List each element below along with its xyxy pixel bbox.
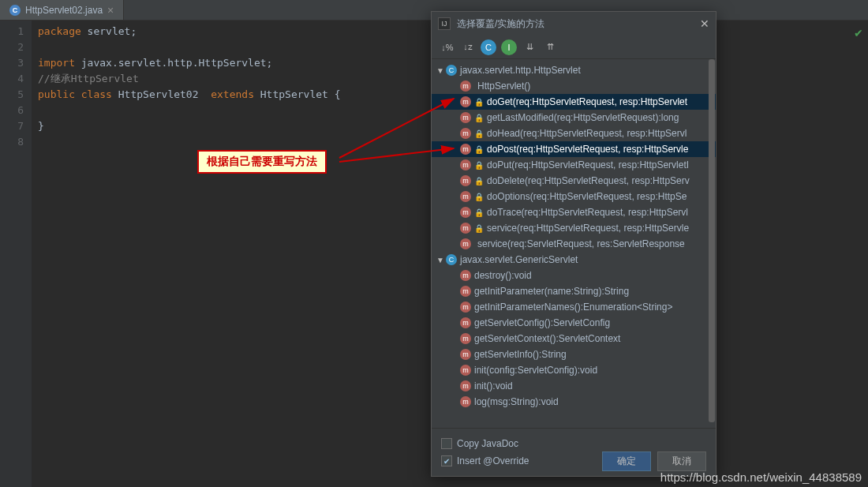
- cancel-button[interactable]: 取消: [657, 451, 706, 471]
- method-icon: m: [460, 238, 471, 249]
- chevron-down-icon: ▼: [436, 66, 446, 75]
- line-number: 8: [0, 134, 24, 150]
- dialog-toolbar: ↓% ↓ᴢ C I ⇊ ⇈: [432, 36, 716, 59]
- tree-method-node[interactable]: m🔒doPut(req:HttpServletRequest, resp:Htt…: [432, 157, 716, 173]
- ok-button[interactable]: 确定: [602, 451, 651, 471]
- method-icon: m: [460, 112, 471, 123]
- method-label: doHead(req:HttpServletRequest, resp:Http…: [487, 128, 687, 139]
- method-icon: m: [460, 128, 471, 139]
- watermark: https://blog.csdn.net/weixin_44838589: [660, 470, 862, 484]
- filter-class-icon[interactable]: C: [481, 39, 496, 55]
- tree-method-node[interactable]: m🔒doGet(req:HttpServletRequest, resp:Htt…: [432, 94, 716, 110]
- method-label: doGet(req:HttpServletRequest, resp:HttpS…: [487, 96, 687, 107]
- tree-method-node[interactable]: m🔒doPost(req:HttpServletRequest, resp:Ht…: [432, 141, 716, 157]
- line-number: 2: [0, 39, 24, 55]
- sort-icon[interactable]: ↓%: [440, 39, 455, 55]
- lock-icon: 🔒: [474, 193, 484, 201]
- tree-class-node[interactable]: ▼ C javax.servlet.GenericServlet: [432, 252, 716, 268]
- close-icon[interactable]: ✕: [700, 17, 709, 30]
- method-label: init(config:ServletConfig):void: [474, 365, 597, 376]
- method-label: destroy():void: [474, 270, 532, 281]
- method-label: getServletContext():ServletContext: [474, 333, 620, 344]
- tree-method-node[interactable]: mgetServletInfo():String: [432, 347, 716, 362]
- lock-icon: 🔒: [474, 114, 484, 122]
- tree-method-node[interactable]: mgetInitParameter(name:String):String: [432, 283, 716, 299]
- method-label: getServletConfig():ServletConfig: [474, 317, 610, 328]
- lock-icon: 🔒: [474, 177, 484, 185]
- lock-icon: 🔒: [474, 224, 484, 233]
- scrollbar-thumb[interactable]: [709, 59, 715, 422]
- intellij-icon: IJ: [438, 17, 451, 30]
- tree-method-node[interactable]: mlog(msg:String):void: [432, 394, 716, 410]
- lock-icon: 🔒: [474, 145, 484, 154]
- method-icon: m: [460, 81, 471, 92]
- tree-method-node[interactable]: m🔒doOptions(req:HttpServletRequest, resp…: [432, 189, 716, 204]
- class-icon: C: [446, 254, 457, 265]
- tree-method-node[interactable]: m🔒getLastModified(req:HttpServletRequest…: [432, 110, 716, 125]
- lock-icon: 🔒: [474, 161, 484, 170]
- insert-override-checkbox[interactable]: ✔: [441, 455, 452, 466]
- method-icon: m: [460, 175, 471, 186]
- method-tree[interactable]: ▼ C javax.servlet.http.HttpServlet mHttp…: [432, 59, 716, 428]
- method-icon: m: [460, 223, 471, 234]
- method-icon: m: [460, 365, 471, 376]
- method-label: getInitParameter(name:String):String: [474, 286, 629, 297]
- file-tab[interactable]: C HttpServlet02.java ×: [0, 0, 124, 20]
- insert-override-label: Insert @Override: [457, 455, 529, 466]
- method-label: log(msg:String):void: [474, 396, 559, 407]
- method-icon: m: [460, 159, 471, 170]
- lock-icon: 🔒: [474, 208, 484, 217]
- tree-method-node[interactable]: mgetInitParameterNames():Enumeration<Str…: [432, 299, 716, 315]
- method-icon: m: [460, 333, 471, 344]
- copy-javadoc-checkbox[interactable]: [441, 438, 452, 449]
- method-icon: m: [460, 144, 471, 155]
- class-label: javax.servlet.http.HttpServlet: [460, 65, 581, 76]
- tree-method-node[interactable]: mgetServletConfig():ServletConfig: [432, 315, 716, 331]
- collapse-icon[interactable]: ⇈: [542, 39, 558, 55]
- line-number: 1: [0, 24, 24, 39]
- tree-method-node[interactable]: m🔒doDelete(req:HttpServletRequest, resp:…: [432, 173, 716, 189]
- method-icon: m: [460, 317, 471, 328]
- dialog-footer: Copy JavaDoc ✔ Insert @Override 确定 取消: [432, 428, 716, 476]
- tree-method-node[interactable]: mHttpServlet(): [432, 78, 716, 94]
- lock-icon: 🔒: [474, 98, 484, 107]
- no-problems-icon: ✔: [854, 27, 863, 39]
- tree-class-node[interactable]: ▼ C javax.servlet.http.HttpServlet: [432, 62, 716, 78]
- method-label: doPost(req:HttpServletRequest, resp:Http…: [487, 144, 688, 155]
- method-label: service(req:HttpServletRequest, resp:Htt…: [487, 223, 689, 234]
- method-label: init():void: [474, 380, 513, 391]
- sort2-icon[interactable]: ↓ᴢ: [460, 39, 476, 55]
- lock-icon: 🔒: [474, 129, 484, 138]
- method-label: doOptions(req:HttpServletRequest, resp:H…: [487, 191, 687, 202]
- tree-method-node[interactable]: minit():void: [432, 378, 716, 394]
- line-number: 7: [0, 118, 24, 134]
- method-icon: m: [460, 286, 471, 297]
- tree-method-node[interactable]: mgetServletContext():ServletContext: [432, 331, 716, 347]
- annotation-callout: 根据自己需要重写方法: [197, 150, 327, 174]
- class-label: javax.servlet.GenericServlet: [460, 254, 578, 265]
- method-icon: m: [460, 302, 471, 313]
- method-label: doTrace(req:HttpServletRequest, resp:Htt…: [487, 207, 688, 218]
- method-icon: m: [460, 270, 471, 281]
- method-label: getLastModified(req:HttpServletRequest):…: [487, 112, 679, 123]
- tree-method-node[interactable]: m🔒service(req:HttpServletRequest, resp:H…: [432, 220, 716, 236]
- method-icon: m: [460, 96, 471, 107]
- method-label: doDelete(req:HttpServletRequest, resp:Ht…: [487, 175, 690, 186]
- expand-icon[interactable]: ⇊: [522, 39, 537, 55]
- line-number: 5: [0, 87, 24, 103]
- dialog-title: 选择覆盖/实施的方法: [457, 17, 544, 31]
- override-methods-dialog: IJ 选择覆盖/实施的方法 ✕ ↓% ↓ᴢ C I ⇊ ⇈ ▼ C javax.…: [431, 11, 716, 477]
- tree-method-node[interactable]: mservice(req:ServletRequest, res:Servlet…: [432, 236, 716, 252]
- tab-filename: HttpServlet02.java: [25, 5, 103, 16]
- close-icon[interactable]: ×: [107, 4, 114, 17]
- method-icon: m: [460, 191, 471, 202]
- tree-method-node[interactable]: m🔒doHead(req:HttpServletRequest, resp:Ht…: [432, 125, 716, 141]
- line-gutter: 1 2 3 4 5 6 7 8: [0, 21, 32, 487]
- line-number: 6: [0, 103, 24, 118]
- filter-interface-icon[interactable]: I: [501, 39, 517, 55]
- tree-method-node[interactable]: m🔒doTrace(req:HttpServletRequest, resp:H…: [432, 204, 716, 220]
- class-file-icon: C: [9, 5, 21, 16]
- tree-method-node[interactable]: minit(config:ServletConfig):void: [432, 362, 716, 378]
- method-icon: m: [460, 349, 471, 360]
- tree-method-node[interactable]: mdestroy():void: [432, 268, 716, 283]
